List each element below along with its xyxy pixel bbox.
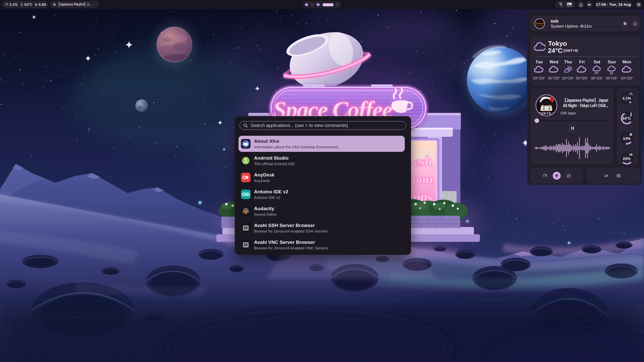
svg-text:C: C — [560, 4, 562, 7]
svg-text:54°C: 54°C — [622, 116, 631, 120]
svg-text:esh: esh — [414, 154, 432, 169]
svg-text:3.1%: 3.1% — [622, 96, 631, 100]
svg-text:24%: 24% — [623, 156, 630, 161]
svg-text:14%: 14% — [623, 136, 630, 141]
svg-text:oon: oon — [413, 172, 433, 186]
